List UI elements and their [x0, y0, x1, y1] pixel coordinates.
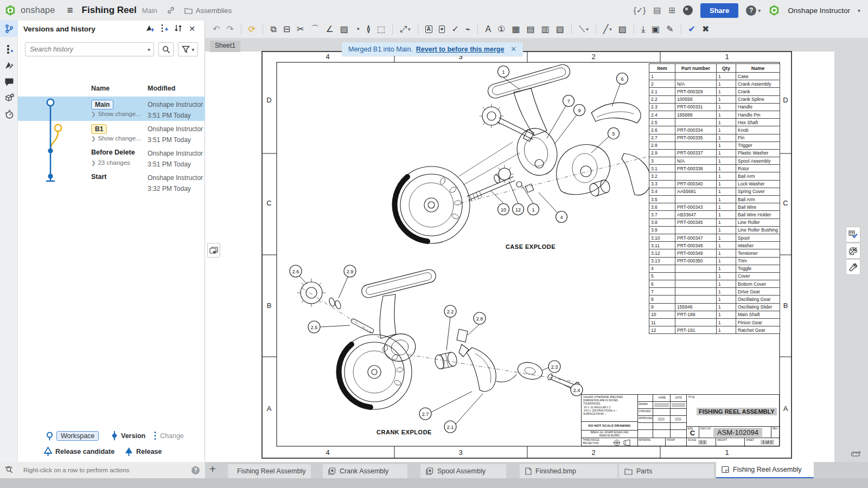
filter-button[interactable]: ▾ [178, 42, 198, 56]
export-dxf-button[interactable]: ⤓ [639, 24, 647, 35]
drawing-properties-button[interactable] [846, 259, 860, 275]
balloon: 5 [612, 131, 615, 137]
history-row-start[interactable]: Start Onshape Instructor3:32 PM Today [18, 170, 205, 194]
parts-cell: PRT-000345 [675, 219, 717, 226]
dismiss-checks-button[interactable]: ✖ [700, 24, 711, 35]
row-time: 3:51 PM Today [148, 136, 203, 144]
changes-toggle[interactable]: ❯23 changes [91, 159, 130, 166]
tab-crank-assembly[interactable]: Crank Assembly [323, 464, 407, 478]
parts-cell: 6 [649, 280, 675, 288]
detail-view-button[interactable]: ⌒ [308, 24, 321, 35]
scale-value[interactable]: 1:1 [698, 440, 707, 445]
drawing-title[interactable]: FISHING REEL ASSEMBLY [697, 408, 777, 415]
drawing-canvas[interactable]: 4 3 2 1 4 3 2 1 D C B A D C B A [205, 38, 868, 462]
check-drawing-panel-button[interactable] [846, 227, 860, 242]
rail-parts-info-button[interactable]: ? [0, 90, 18, 106]
versions-brace-icon[interactable]: {✓} [634, 5, 646, 15]
insert-image-button[interactable]: ▣ [649, 24, 662, 35]
measure-ruler-button[interactable] [850, 448, 863, 460]
break-view-button[interactable]: ≬ [365, 24, 373, 35]
undo-button[interactable]: ↶ [210, 24, 222, 35]
breadcrumb-folder: Assemblies [196, 7, 232, 15]
title-block[interactable]: UNLESS OTHERWISE SPECIFIED:DIMENSIONS AR… [581, 394, 780, 446]
tab-fishing-reel-assembly[interactable]: Fishing Reel Assembly [228, 464, 311, 478]
hint-help-icon[interactable]: ? [192, 466, 200, 474]
tab-fishing-reel-assembly-drawing[interactable]: Fishing Reel Assembly [716, 462, 814, 478]
feature-list-icon[interactable]: ▤ [653, 5, 661, 15]
search-history-input[interactable] [25, 42, 154, 56]
branch-chip-b1[interactable]: B1 [91, 124, 107, 134]
create-version-icon[interactable] [143, 24, 157, 34]
redo-button[interactable]: ↷ [224, 24, 235, 35]
rail-release-management-button[interactable] [0, 57, 18, 74]
app-store-icon[interactable]: ⊞ [668, 5, 675, 15]
rail-history-timer-button[interactable] [0, 106, 18, 123]
named-view-button[interactable]: ◔ [353, 24, 362, 35]
parts-row: 51Cover [649, 272, 780, 280]
history-row-b1[interactable]: B1 ❯Show change... Onshape Instructor3:5… [18, 121, 205, 145]
check-drawing-button[interactable]: ✔ [686, 24, 698, 35]
create-branch-icon[interactable] [157, 24, 171, 34]
link-icon[interactable] [167, 7, 175, 14]
view-layout-button[interactable]: ⊟ [281, 24, 292, 35]
broken-section-view-button[interactable]: ▨ [338, 24, 350, 35]
hatch-button[interactable]: ▨ [616, 24, 629, 35]
rail-comments-button[interactable] [0, 74, 18, 90]
table-button[interactable]: ▦ [509, 24, 522, 35]
workspace-chip-main[interactable]: Main [91, 100, 113, 110]
dwg-number[interactable]: ASM-102094 [713, 428, 762, 437]
learning-center-icon[interactable] [683, 5, 693, 15]
rail-versions-history-button[interactable] [0, 21, 18, 37]
surface-finish-button[interactable]: ✓ [449, 24, 461, 35]
parts-cell: 155946 [675, 303, 717, 311]
hole-table-button[interactable]: ▥ [539, 24, 552, 35]
tab-spool-assembly[interactable]: Spool Assembly [420, 464, 506, 478]
revert-merge-link[interactable]: Revert to before this merge [416, 46, 505, 53]
sketch-line-button[interactable]: ╱▾ [601, 24, 614, 35]
show-changes-toggle[interactable]: ❯Show change... [91, 111, 141, 117]
sketch-pencil-button[interactable]: ✎ [664, 24, 675, 35]
insert-view-button[interactable]: ⧉ [268, 24, 278, 35]
appearance-panel-button[interactable] [846, 243, 860, 259]
row-time: 3:51 PM Today [148, 112, 203, 119]
history-row-main[interactable]: Main ❯Show change... Onshape Instructor3… [18, 97, 205, 121]
text-button[interactable]: A [483, 24, 493, 35]
sheet-tab[interactable]: Sheet1 [210, 41, 240, 52]
onshape-app: onshape ≡ Fishing Reel Main Assemblies {… [0, 0, 868, 488]
rail-insert-version-button[interactable] [0, 41, 18, 57]
auxiliary-view-button[interactable]: ∠ [323, 24, 335, 35]
weld-symbol-button[interactable]: ⌁ [463, 24, 473, 35]
sheets-panel-toggle-button[interactable] [207, 243, 220, 258]
parts-cell: PRT-191 [675, 326, 717, 334]
search-scope-caret-icon[interactable]: ▾ [148, 47, 150, 53]
tab-finished-bmp[interactable]: Finished.bmp [520, 464, 617, 478]
tab-parts-folder[interactable]: Parts [619, 464, 714, 478]
close-panel-icon[interactable]: ✕ [185, 24, 199, 33]
revision-table-button[interactable]: ▧ [554, 24, 566, 35]
dimension-button[interactable]: ⤢▾ [398, 24, 412, 35]
bom-table-button[interactable]: ▤ [525, 24, 537, 35]
top-bar: onshape ≡ Fishing Reel Main Assemblies {… [0, 0, 868, 21]
parts-table[interactable]: Item Part number Qty Name 11Case2N/A1Cra… [649, 63, 780, 334]
gdt-frame-button[interactable]: ⌖ [437, 24, 448, 34]
sheet-value[interactable]: 1 of 2 [761, 440, 774, 445]
compare-icon[interactable] [171, 24, 185, 34]
share-button[interactable]: Share [700, 3, 738, 18]
banner-close-icon[interactable]: ✕ [510, 45, 516, 53]
user-menu-caret-icon[interactable]: ▾ [858, 8, 860, 14]
note-button[interactable]: A [423, 24, 435, 34]
update-views-button[interactable]: ⟳ [246, 24, 258, 35]
rail-preview-button[interactable] [0, 462, 18, 478]
history-row-before-delete[interactable]: Before Delete ❯23 changes Onshape Instru… [18, 145, 205, 170]
search-button[interactable] [158, 42, 174, 56]
onshape-logo-icon[interactable] [4, 4, 16, 16]
add-tab-button[interactable]: + [209, 463, 216, 476]
balloon-button[interactable]: ① [495, 24, 507, 35]
help-menu[interactable]: ? ▾ [746, 5, 761, 16]
centerline-button[interactable]: ⟍▾ [577, 24, 591, 35]
section-view-button[interactable]: ✂ [295, 24, 306, 35]
crop-view-button[interactable]: ⬚ [375, 24, 387, 35]
show-changes-toggle[interactable]: ❯Show change... [91, 135, 141, 142]
breadcrumb[interactable]: Assemblies [184, 7, 232, 15]
document-menu-icon[interactable]: ≡ [67, 4, 73, 16]
